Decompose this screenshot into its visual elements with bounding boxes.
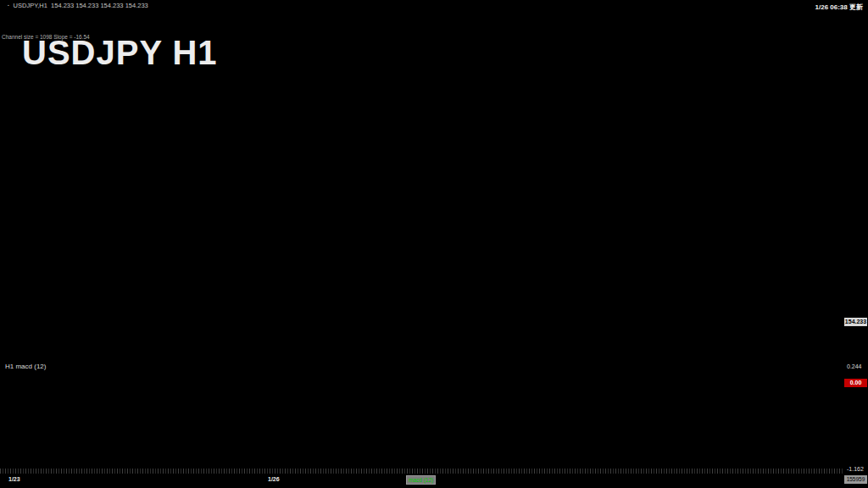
macd-pane-label: H1 macd (12) bbox=[5, 363, 46, 370]
macd-upper-value: 0.244 bbox=[847, 363, 862, 369]
trading-chart-window: ・ USDJPY,H1 154.233 154.233 154.233 154.… bbox=[0, 0, 868, 488]
session-date-label-1: 1/23 bbox=[8, 476, 20, 482]
session-date-label-2: 1/26 bbox=[268, 476, 280, 482]
macd-indicator-tag[interactable]: macd (12) bbox=[406, 475, 436, 485]
current-price-box: 154.233 bbox=[844, 318, 867, 326]
chart-canvas[interactable] bbox=[0, 0, 868, 488]
time-axis-strip[interactable] bbox=[0, 469, 843, 474]
watermark: USDJPY H1 bbox=[22, 36, 218, 69]
symbol-ohlc-line: ・ USDJPY,H1 154.233 154.233 154.233 154.… bbox=[5, 2, 148, 10]
macd-zero-box: 0.00 bbox=[844, 379, 867, 387]
updated-timestamp: 1/26 06:38 更新 bbox=[815, 3, 863, 12]
macd-lower-value: -1.162 bbox=[847, 466, 864, 472]
bar-counter-box: 155959 bbox=[844, 475, 867, 484]
